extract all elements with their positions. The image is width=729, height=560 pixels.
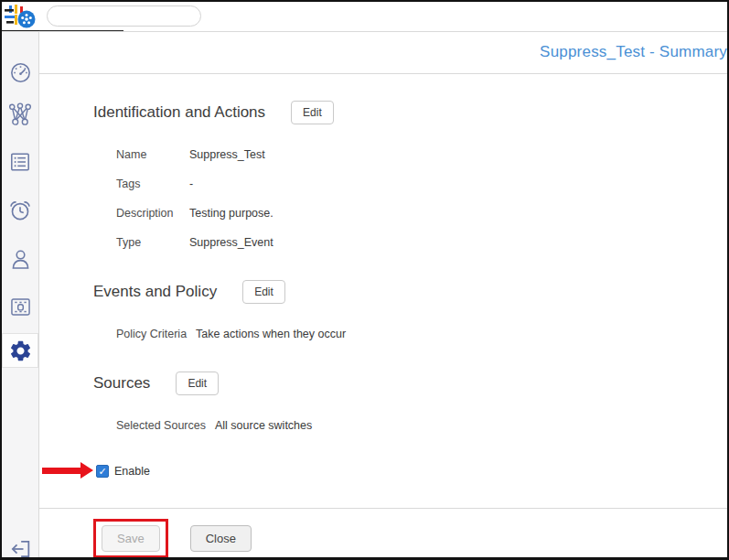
app-window: Suppress_Test - Summary Identification a… (0, 0, 729, 560)
close-button[interactable]: Close (190, 525, 252, 552)
field-label: Policy Criteria (116, 328, 196, 340)
field-label: Tags (116, 178, 189, 190)
titlebar: Suppress_Test - Summary (39, 32, 727, 74)
field-value: Suppress_Test (189, 148, 265, 161)
field-label: Selected Sources (116, 419, 215, 432)
dashboard-gauge-icon (8, 60, 33, 85)
section-title: Events and Policy (93, 283, 217, 301)
sidebar-item-switches[interactable] (2, 289, 38, 324)
field-value: Testing purpose. (189, 207, 273, 220)
enable-checkbox[interactable]: ✓ (96, 465, 109, 478)
logout-icon (7, 536, 33, 560)
summary-content: Identification and Actions Edit Name Sup… (39, 100, 727, 558)
field-value: All source switches (215, 419, 312, 432)
row-selected-sources: Selected Sources All source switches (116, 411, 727, 440)
global-search[interactable] (47, 5, 201, 27)
topbar (2, 2, 727, 32)
annotation-arrow-head (80, 462, 93, 479)
section-events-head: Events and Policy Edit (93, 279, 727, 305)
edit-events-button[interactable]: Edit (242, 280, 285, 304)
app-logo-icon (2, 2, 39, 30)
edit-identification-button[interactable]: Edit (291, 101, 334, 124)
annotation-arrow (42, 468, 82, 474)
row-policy-criteria: Policy Criteria Take actions when they o… (116, 319, 727, 349)
enable-row: ✓ Enable (96, 464, 727, 479)
save-button[interactable]: Save (102, 525, 160, 552)
sidebar (2, 32, 39, 557)
main-panel: Suppress_Test - Summary Identification a… (39, 32, 727, 557)
switch-device-icon (8, 295, 33, 319)
page-title: Suppress_Test - Summary (540, 43, 727, 61)
row-description: Description Testing purpose. (116, 199, 727, 228)
events-rows: Policy Criteria Take actions when they o… (93, 319, 727, 349)
field-value: Suppress_Event (189, 236, 273, 249)
footer-actions: Save Close (93, 519, 727, 558)
row-name: Name Suppress_Test (116, 140, 727, 169)
row-tags: Tags - (116, 169, 727, 199)
field-label: Type (116, 236, 189, 249)
app-logo[interactable] (2, 2, 39, 32)
field-value: Take actions when they occur (196, 328, 346, 340)
sidebar-item-alarms[interactable] (2, 193, 38, 228)
field-label: Description (116, 207, 189, 220)
sources-rows: Selected Sources All source switches (93, 411, 727, 440)
row-type: Type Suppress_Event (116, 228, 727, 257)
field-label: Name (116, 148, 189, 161)
enable-label: Enable (114, 465, 150, 478)
list-icon (8, 150, 32, 174)
sidebar-item-users[interactable] (2, 242, 38, 276)
sidebar-item-topology[interactable] (2, 97, 38, 132)
sidebar-item-lists[interactable] (2, 145, 38, 179)
topology-network-icon (7, 102, 33, 127)
alarm-clock-icon (7, 198, 33, 223)
edit-sources-button[interactable]: Edit (176, 372, 219, 395)
sidebar-item-settings[interactable] (2, 333, 38, 368)
sidebar-item-logout[interactable] (2, 532, 38, 560)
settings-gear-icon (8, 339, 33, 363)
user-icon (8, 247, 33, 272)
field-value: - (189, 178, 193, 190)
section-sources-head: Sources Edit (93, 371, 727, 396)
section-title: Sources (93, 374, 150, 393)
search-input[interactable] (60, 10, 202, 23)
section-identification-head: Identification and Actions Edit (93, 100, 727, 125)
section-title: Identification and Actions (93, 103, 265, 122)
sidebar-item-dashboard[interactable] (2, 55, 38, 90)
identification-rows: Name Suppress_Test Tags - Description Te… (93, 140, 727, 257)
save-annotation-box: Save (93, 519, 168, 558)
footer-divider (39, 508, 727, 509)
